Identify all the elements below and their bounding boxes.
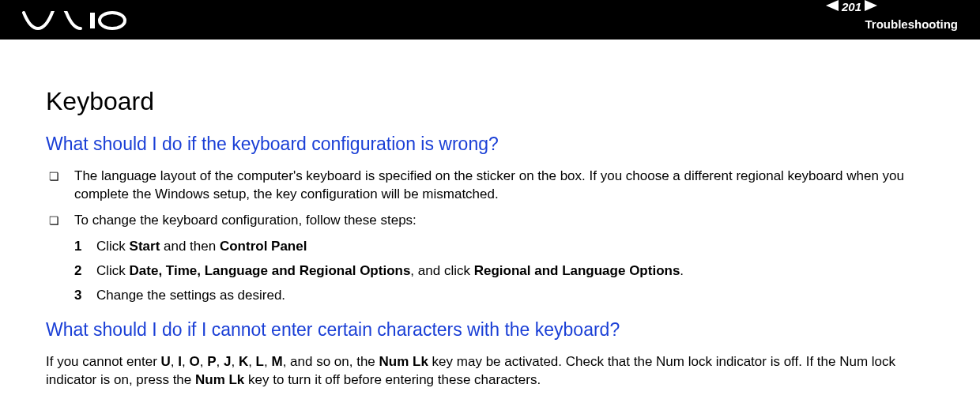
step-item: 1 Click Start and then Control Panel xyxy=(74,238,939,256)
bold-run: Control Panel xyxy=(220,239,307,254)
bullet-icon: ❏ xyxy=(46,212,74,228)
body-paragraph: If you cannot enter U, I, O, P, J, K, L,… xyxy=(46,353,939,390)
svg-marker-2 xyxy=(826,0,839,11)
text-run: key to turn it off before entering these… xyxy=(244,372,541,387)
step-number: 1 xyxy=(74,238,96,256)
bold-run: M xyxy=(271,354,282,369)
bold-run: Num Lk xyxy=(379,354,428,369)
page-nav: 201 xyxy=(826,0,877,13)
bold-run: L xyxy=(256,354,264,369)
svg-rect-0 xyxy=(90,13,95,28)
text-run: , and so on, the xyxy=(283,354,379,369)
bullet-text: The language layout of the computer's ke… xyxy=(74,168,939,204)
next-page-arrow-icon[interactable] xyxy=(865,0,877,13)
step-item: 2 Click Date, Time, Language and Regiona… xyxy=(74,262,939,281)
svg-point-1 xyxy=(100,13,125,28)
text-run: . xyxy=(680,263,684,278)
svg-marker-3 xyxy=(865,0,877,11)
text-run: , and click xyxy=(410,263,473,278)
step-text: Click Start and then Control Panel xyxy=(96,238,939,256)
section-label: Troubleshooting xyxy=(865,17,959,31)
header-bar: 201 Troubleshooting xyxy=(0,0,980,40)
page-title: Keyboard xyxy=(46,87,939,116)
step-item: 3 Change the settings as desired. xyxy=(74,287,939,305)
step-number: 3 xyxy=(74,287,96,305)
bold-run: O xyxy=(189,354,199,369)
bold-run: Regional and Language Options xyxy=(474,263,680,278)
text-run: , xyxy=(217,354,224,369)
text-run: , xyxy=(231,354,238,369)
text-run: Click xyxy=(96,239,130,254)
bullet-item: ❏ To change the keyboard configuration, … xyxy=(46,212,939,230)
bold-run: J xyxy=(224,354,231,369)
bullet-item: ❏ The language layout of the computer's … xyxy=(46,168,939,204)
bold-run: Date, Time, Language and Regional Option… xyxy=(130,263,411,278)
text-run: and then xyxy=(160,239,220,254)
content-area: Keyboard What should I do if the keyboar… xyxy=(0,40,980,390)
text-run: , xyxy=(200,354,207,369)
text-run: If you cannot enter xyxy=(46,354,161,369)
text-run: , xyxy=(248,354,255,369)
step-text: Change the settings as desired. xyxy=(96,287,939,305)
bold-run: Start xyxy=(130,239,160,254)
question-2-heading: What should I do if I cannot enter certa… xyxy=(46,319,939,341)
step-text: Click Date, Time, Language and Regional … xyxy=(96,262,939,281)
bold-run: P xyxy=(207,354,216,369)
vaio-logo xyxy=(22,11,129,30)
bullet-icon: ❏ xyxy=(46,168,74,184)
text-run: , xyxy=(171,354,178,369)
page-number: 201 xyxy=(842,0,861,13)
bullet-text: To change the keyboard configuration, fo… xyxy=(74,212,939,230)
step-number: 2 xyxy=(74,262,96,281)
bold-run: Num Lk xyxy=(195,372,244,387)
bold-run: K xyxy=(239,354,248,369)
question-1-heading: What should I do if the keyboard configu… xyxy=(46,134,939,155)
prev-page-arrow-icon[interactable] xyxy=(826,0,839,13)
bold-run: U xyxy=(161,354,171,369)
text-run: Click xyxy=(96,263,130,278)
